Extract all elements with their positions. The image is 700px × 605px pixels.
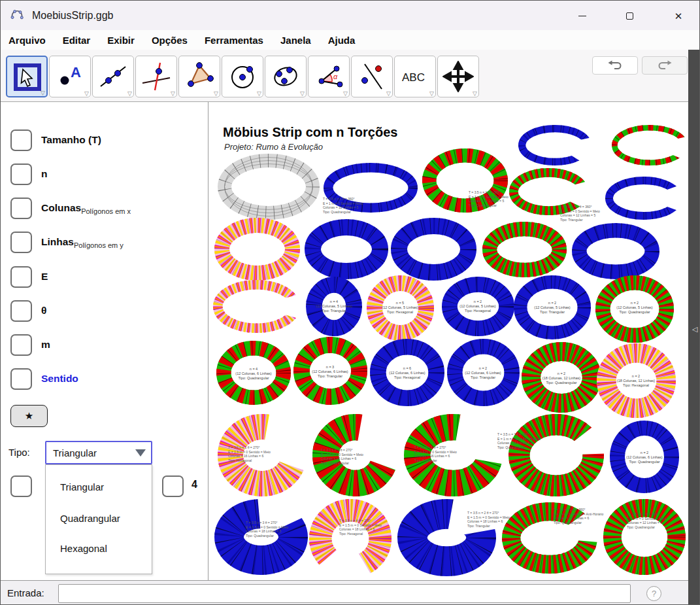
move-icon [12, 61, 43, 93]
checkbox-6[interactable] [10, 334, 32, 356]
strip-center-label-7: n = 3(12 Colunas, 6 Linhas)Tipo: Triangu… [297, 365, 363, 379]
tool-point-button[interactable]: A▽ [49, 56, 91, 97]
tool-perpendicular-button[interactable]: ▽ [135, 56, 177, 97]
tool-polygon-button[interactable]: ▽ [178, 56, 220, 97]
checkbox-4[interactable] [10, 266, 32, 288]
tool-dropdown-arrow-icon[interactable]: ▽ [300, 90, 305, 97]
tool-dropdown-arrow-icon[interactable]: ▽ [171, 90, 175, 97]
checkbox-7[interactable] [10, 368, 32, 390]
tool-dropdown-arrow-icon[interactable]: ▽ [429, 90, 434, 97]
strip-annotation-4: T = 3.0 n = 1 θ = 270°E = 1.5 m = 0 Sent… [228, 445, 271, 462]
tipo-option-triangular[interactable]: Triangular [60, 481, 104, 493]
tipo-dropdown-list: TriangularQuadrangularHexagonal [45, 464, 152, 574]
redo-icon [656, 60, 673, 71]
strip-center-label-1: n = 4(12 Colunas, 5 Linhas)Tipo: Triangu… [301, 300, 367, 313]
checkbox-1[interactable] [10, 164, 32, 185]
tool-dropdown-arrow-icon[interactable]: ▽ [41, 90, 45, 96]
moebius-strip-blue-10[interactable] [390, 216, 478, 282]
menu-item-editar[interactable]: Editar [63, 35, 91, 46]
redo-button[interactable] [642, 56, 688, 75]
tipo-selected-value: Triangular [53, 447, 97, 458]
tool-conic-button[interactable]: ▽ [265, 56, 307, 97]
tipo-option-quadrangular[interactable]: Quadrangular [60, 513, 120, 524]
checkbox-sublabel: Polígonos em x [81, 207, 131, 215]
checkbox-label: LinhasPolígonos em y [41, 236, 124, 248]
moebius-strip-blue-7[interactable] [604, 175, 684, 221]
tool-move-button[interactable]: ▽ [6, 56, 48, 97]
tool-dropdown-arrow-icon[interactable]: ▽ [473, 90, 477, 97]
window-title: MoebiusStrip.ggb [32, 10, 114, 22]
tool-dropdown-arrow-icon[interactable]: ▽ [386, 90, 391, 97]
checkbox-3[interactable] [10, 232, 32, 253]
geogebra-logo-icon [10, 9, 24, 23]
input-help-button[interactable]: ? [646, 586, 661, 601]
reflect-icon [356, 61, 388, 92]
checkbox-label: Tamanho (T) [41, 134, 101, 146]
moebius-strip-blue-32[interactable] [396, 498, 497, 578]
tipo-option-hexagonal[interactable]: Hexagonal [60, 543, 107, 554]
strip-annotation-5: T = 3.0 n = 1 θ = 270°E = 1.5 m = 0 Sent… [321, 448, 363, 465]
checkbox-0[interactable] [10, 130, 32, 151]
tipo-label: Tipo: [8, 447, 30, 458]
svg-text:A: A [71, 64, 81, 80]
graphics3d-canvas[interactable]: Möbius Strip com n Torções Projeto: Rumo… [208, 120, 688, 580]
tool-dropdown-arrow-icon[interactable]: ▽ [257, 90, 261, 97]
menu-item-ferramentas[interactable]: Ferramentas [205, 35, 263, 46]
strip-annotation-8: T = 3.5 n = 3 θ = 270°E = 1.5 m = 0 Sent… [246, 521, 288, 538]
canvas-subtitle: Projeto: Rumo à Evolução [224, 142, 323, 152]
algebra-input[interactable] [58, 584, 631, 603]
input-bar: Entrada: ? [1, 580, 688, 605]
strip-annotation-12: T = 3.5 n = 1 θ = 360°E = 1 m = 0 Sentid… [627, 512, 667, 529]
moebius-strip-pink-31[interactable] [308, 498, 393, 579]
svg-text:α: α [333, 73, 338, 80]
moebius-strip-pink-13[interactable] [212, 279, 301, 334]
moebius-strip-stripes-34[interactable] [602, 498, 687, 576]
moebius-strip-wire-1[interactable] [216, 152, 321, 221]
tool-reflect-button[interactable]: ▽ [351, 56, 393, 97]
tool-angle-button[interactable]: α▽ [308, 56, 350, 97]
checkbox-label: m [41, 339, 50, 351]
moebius-strip-checker-5[interactable] [610, 124, 688, 167]
checkbox-row-m: m [1, 334, 208, 360]
moebius-strip-pink-8[interactable] [213, 216, 301, 282]
minimize-icon [578, 16, 586, 16]
tipo-dropdown[interactable]: Triangular [45, 441, 152, 464]
tool-dropdown-arrow-icon[interactable]: ▽ [127, 90, 132, 97]
checkbox-5[interactable] [10, 300, 32, 322]
close-button[interactable]: ✕ [667, 7, 690, 24]
star-button[interactable]: ★ [10, 405, 48, 427]
moebius-strip-blue-9[interactable] [303, 218, 390, 281]
menu-item-ajuda[interactable]: Ajuda [328, 35, 356, 46]
tool-dropdown-arrow-icon[interactable]: ▽ [214, 90, 218, 97]
strip-center-label-11: n = 2(18 Colunas, 12 Linhas)Tipo: Hexago… [603, 374, 669, 388]
moebius-strip-stripes-11[interactable] [481, 220, 568, 279]
menu-item-opcoes[interactable]: Opções [152, 35, 188, 46]
checkbox-row-linhas: LinhasPolígonos em y [1, 232, 208, 258]
svg-text:ABC: ABC [402, 71, 425, 84]
bottom-left-checkbox[interactable] [10, 475, 32, 497]
moebius-strip-stripes-28[interactable] [507, 413, 605, 498]
menu-item-arquivo[interactable]: Arquivo [8, 35, 46, 46]
checkbox-row-θ: θ [1, 300, 208, 326]
strip-center-label-8: n = 6(12 Colunas, 6 Linhas)Tipo: Hexagon… [375, 366, 440, 380]
checkbox-row-n: n [1, 164, 208, 190]
moebius-strip-blue-4[interactable] [517, 124, 593, 167]
maximize-button[interactable] [618, 7, 641, 24]
minimize-button[interactable] [571, 7, 593, 24]
tool-dropdown-arrow-icon[interactable]: ▽ [343, 90, 348, 97]
tool-circle-button[interactable]: ▽ [222, 56, 263, 97]
strip-center-label-9: n = 2(12 Colunas, 6 Linhas)Tipo: Triangu… [450, 366, 516, 380]
title-bar: MoebiusStrip.ggb ✕ [1, 1, 700, 30]
tool-text-button[interactable]: ABC▽ [394, 56, 436, 97]
bottom-right-checkbox[interactable] [162, 475, 184, 497]
graphics3d-view-panel[interactable]: Möbius Strip com n Torções Projeto: Rumo… [208, 102, 688, 580]
checkbox-2[interactable] [10, 198, 32, 219]
undo-button[interactable] [592, 56, 638, 75]
tool-line-button[interactable]: ▽ [92, 56, 134, 97]
menu-item-exibir[interactable]: Exibir [107, 35, 135, 46]
collapse-panel-arrow[interactable]: ◁ [689, 323, 700, 335]
menu-item-janela[interactable]: Janela [280, 35, 311, 46]
moebius-strip-blue-12[interactable] [571, 222, 661, 281]
tool-move-view-button[interactable]: ▽ [437, 56, 479, 97]
tool-dropdown-arrow-icon[interactable]: ▽ [84, 90, 89, 97]
